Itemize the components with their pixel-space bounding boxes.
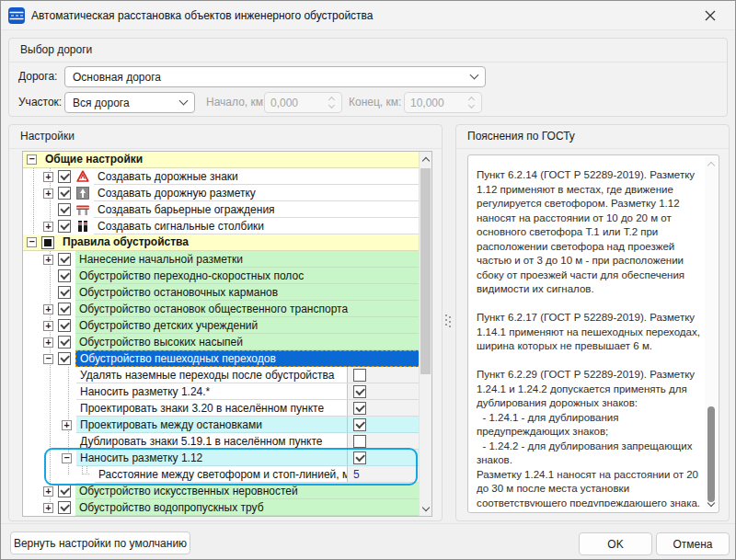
start-km-value: 0,000 bbox=[270, 97, 327, 109]
tree-checkbox-checked[interactable] bbox=[58, 203, 71, 216]
tree-checkbox-checked[interactable] bbox=[58, 187, 71, 200]
expand-icon[interactable]: + bbox=[43, 222, 53, 232]
scroll-up-icon[interactable] bbox=[705, 156, 717, 171]
tree-checkbox-checked[interactable] bbox=[58, 253, 71, 266]
group-title-gost: Пояснения по ГОСТу bbox=[456, 125, 729, 149]
tree-indent bbox=[23, 483, 43, 499]
expand-icon[interactable]: + bbox=[43, 337, 53, 348]
tree-row-label: Проектировать между остановками bbox=[76, 417, 347, 432]
tree-row-label: Наносить разметку 1.24.* bbox=[76, 383, 347, 399]
expand-icon[interactable]: + bbox=[43, 503, 53, 513]
expand-icon[interactable]: + bbox=[43, 172, 53, 182]
expander-slot bbox=[62, 400, 76, 417]
tree-row[interactable]: −Наносить разметку 1.12 bbox=[23, 450, 420, 466]
dialog-window: Автоматическая расстановка объектов инже… bbox=[0, 0, 736, 560]
param-checkbox-unchecked[interactable] bbox=[353, 369, 366, 382]
param-value-cell: 5 bbox=[347, 466, 420, 482]
tree-scrollbar-thumb[interactable] bbox=[420, 168, 431, 374]
tree-checkbox-checked[interactable] bbox=[58, 286, 71, 299]
splitter-handle[interactable] bbox=[445, 314, 452, 329]
expander-slot: − bbox=[62, 450, 76, 466]
tree-row-cell: Обустройство переходно-скоростных полос bbox=[75, 268, 420, 284]
start-km-label: Начало, км: bbox=[206, 92, 266, 112]
tree-row[interactable]: Дублировать знаки 5.19.1 в населённом пу… bbox=[23, 433, 420, 450]
cancel-button[interactable]: Отмена bbox=[656, 532, 730, 555]
tree-row-label: Проектировать знаки 3.20 в населённом пу… bbox=[76, 400, 347, 416]
tree-row[interactable]: −Общие настройки bbox=[23, 152, 420, 168]
tree-row[interactable]: +Обустройство искусственных неровностей bbox=[23, 483, 420, 499]
tree-row[interactable]: Удалять наземные переходы после обустрой… bbox=[23, 367, 420, 383]
tree-row[interactable]: Обустройство переходно-скоростных полос bbox=[23, 268, 420, 284]
gost-scrollbar-thumb[interactable] bbox=[707, 406, 715, 502]
tree-row[interactable]: −Правила обустройства bbox=[23, 234, 420, 251]
tree-row[interactable]: +Создавать сигнальные столбики bbox=[23, 218, 420, 234]
tree-checkbox-checked[interactable] bbox=[58, 303, 71, 315]
collapse-icon[interactable]: − bbox=[27, 237, 37, 247]
tree-checkbox-checked[interactable] bbox=[58, 485, 71, 497]
tree-row-label: Обустройство искусственных неровностей bbox=[75, 483, 420, 498]
expand-icon[interactable]: + bbox=[43, 321, 53, 331]
expand-icon[interactable]: + bbox=[43, 189, 53, 199]
tree-row-label: Правила обустройства bbox=[59, 234, 420, 249]
road-select-value: Основная дорога bbox=[73, 71, 471, 84]
scroll-down-icon[interactable] bbox=[420, 501, 431, 516]
road-select[interactable]: Основная дорога bbox=[64, 66, 486, 87]
tree-row[interactable]: +Обустройство водопропускных труб bbox=[23, 499, 420, 516]
tree-checkbox-checked[interactable] bbox=[58, 170, 71, 183]
tree-row[interactable]: +Обустройство высоких насыпей bbox=[23, 334, 420, 350]
tree-checkbox-checked[interactable] bbox=[58, 269, 71, 282]
tree-row[interactable]: Обустройство остановочных карманов bbox=[23, 284, 420, 301]
tree-indent bbox=[23, 499, 43, 516]
tree-row[interactable]: Расстояние между светофором и стоп-линие… bbox=[23, 466, 420, 483]
expand-icon[interactable]: + bbox=[43, 255, 53, 265]
param-checkbox-checked[interactable] bbox=[353, 418, 366, 431]
tree-row[interactable]: +Обустройство детских учреждений bbox=[23, 317, 420, 334]
gost-group: Пояснения по ГОСТу Пункт 6.2.14 (ГОСТ Р … bbox=[455, 124, 730, 521]
collapse-icon[interactable]: − bbox=[27, 154, 37, 165]
close-icon bbox=[705, 10, 716, 21]
tree-row[interactable]: −Обустройство пешеходных переходов bbox=[23, 350, 420, 367]
tree-checkbox-checked[interactable] bbox=[58, 352, 71, 365]
tree-row[interactable]: +Нанесение начальной разметки bbox=[23, 251, 420, 268]
param-checkbox-checked[interactable] bbox=[353, 451, 366, 464]
collapse-icon[interactable]: − bbox=[43, 354, 53, 364]
param-checkbox-checked[interactable] bbox=[353, 385, 366, 398]
scroll-up-icon[interactable] bbox=[420, 152, 431, 166]
tree-row[interactable]: Проектировать знаки 3.20 в населённом пу… bbox=[23, 400, 420, 417]
expander-slot: + bbox=[43, 483, 58, 499]
reset-defaults-button[interactable]: Вернуть настройки по умолчанию bbox=[10, 531, 190, 554]
ok-button[interactable]: OK bbox=[579, 532, 652, 555]
param-checkbox-checked[interactable] bbox=[353, 402, 366, 415]
tree-row[interactable]: +Создавать дорожную разметку bbox=[23, 185, 420, 201]
section-select[interactable]: Вся дорога bbox=[64, 92, 195, 113]
tree-row[interactable]: Наносить разметку 1.24.* bbox=[23, 383, 420, 400]
scroll-down-icon[interactable] bbox=[705, 497, 717, 511]
gost-scrollbar[interactable] bbox=[705, 156, 718, 511]
close-button[interactable] bbox=[695, 1, 726, 29]
tree-checkbox-checked[interactable] bbox=[58, 336, 71, 349]
tree-row[interactable]: +Обустройство остановок общественного тр… bbox=[23, 301, 420, 317]
tree-scrollbar[interactable] bbox=[419, 152, 431, 516]
collapse-icon[interactable]: − bbox=[62, 453, 72, 463]
tree-checkbox-checked[interactable] bbox=[58, 319, 71, 332]
tree-indent bbox=[23, 466, 80, 483]
expander-slot bbox=[62, 367, 76, 383]
param-checkbox-unchecked[interactable] bbox=[353, 435, 366, 448]
tree-row-cell: Обустройство водопропускных труб bbox=[75, 499, 420, 516]
tree-indent bbox=[23, 201, 43, 218]
param-value[interactable]: 5 bbox=[353, 468, 360, 481]
tree-row[interactable]: +Создавать дорожные знаки bbox=[23, 168, 420, 185]
tree-checkbox-checked[interactable] bbox=[58, 501, 71, 514]
tree-row[interactable]: Создавать барьерные ограждения bbox=[23, 201, 420, 218]
footer: Вернуть настройки по умолчанию OK Отмена bbox=[1, 523, 735, 559]
expand-icon[interactable]: + bbox=[43, 486, 53, 497]
tree-checkbox-checked[interactable] bbox=[58, 220, 71, 233]
param-value-cell bbox=[347, 417, 420, 432]
expand-icon[interactable]: + bbox=[43, 304, 53, 314]
window-title: Автоматическая расстановка объектов инже… bbox=[31, 9, 374, 22]
tree-row-label: Обустройство водопропускных труб bbox=[75, 499, 420, 515]
tree-row-label: Обустройство высоких насыпей bbox=[75, 334, 420, 349]
tree-row[interactable]: +Проектировать между остановками bbox=[23, 417, 420, 433]
tree-checkbox-mixed[interactable] bbox=[41, 236, 54, 249]
expand-icon[interactable]: + bbox=[62, 420, 72, 430]
